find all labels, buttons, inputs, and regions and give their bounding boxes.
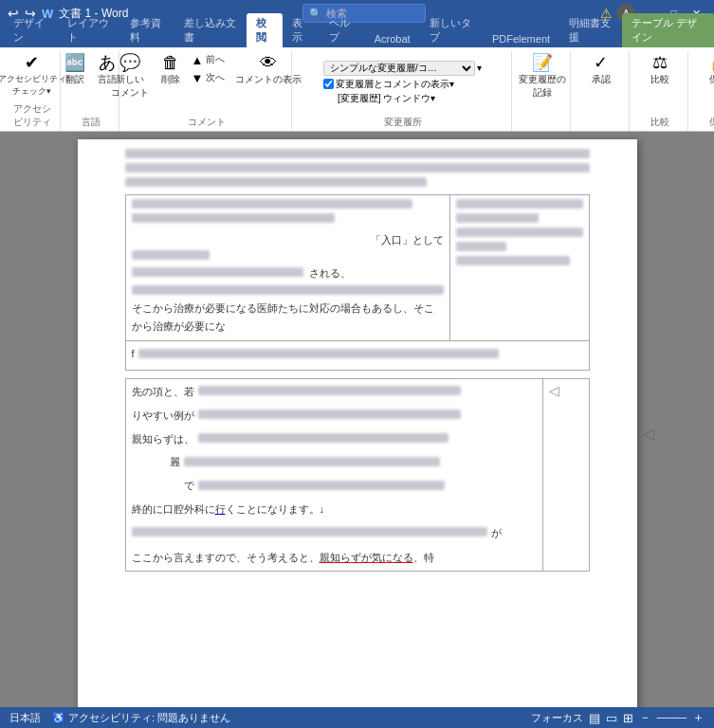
layout-icon[interactable]: ▤ xyxy=(589,711,600,725)
web-view-icon[interactable]: ⊞ xyxy=(623,711,633,725)
tab-design[interactable]: デザイン xyxy=(4,13,58,47)
changes-controls: シンプルな変更履層/コ… ▾ 変更履層とコメントの表示▾ [変更履歴] ウィンド… xyxy=(323,51,482,114)
ribbon-group-compare: ⚖ 比較 比較 xyxy=(632,51,688,131)
status-left: 日本語 ♿ アクセシビリティ: 問題ありません xyxy=(9,711,230,725)
blur-line-8 xyxy=(132,285,444,295)
doc-wrapper: 「入口」として される、 そこから治療が必要になる医師たちに対応の場合もあるし、… xyxy=(78,139,637,707)
tab-table-design[interactable]: テーブル デザイン xyxy=(622,13,714,47)
prev-comment-button[interactable]: ▲ 前へ xyxy=(188,51,229,68)
ribbon-content: ✔ アクセシビリティチェック▾ アクセシビリティ 🔤 翻訳 あ 言語 言語 xyxy=(0,47,714,131)
accessibility-group-label: アクセシビリティ xyxy=(9,102,54,129)
changes-dropdown1-arrow[interactable]: ▾ xyxy=(477,63,482,73)
para-blur-row: が xyxy=(132,524,537,545)
blur-line-9 xyxy=(456,199,583,209)
changes-dropdown-row3: [変更履歴] ウィンドウ▾ xyxy=(323,92,475,105)
show-comments-icon: 👁 xyxy=(260,54,277,71)
accept-button[interactable]: ✓ 承認 xyxy=(586,51,616,89)
tab-acrobat[interactable]: Acrobat xyxy=(365,30,420,47)
delete-comment-button[interactable]: 🗑 削除 xyxy=(156,51,186,89)
accessibility-status[interactable]: ♿ アクセシビリティ: 問題ありません xyxy=(52,711,230,725)
table-cell-visible: 「入口」として xyxy=(132,228,444,250)
blur-line-14 xyxy=(138,349,500,358)
record-changes-button[interactable]: 📝 変更履歴の記録 xyxy=(514,51,571,102)
tab-newtab[interactable]: 新しいタブ xyxy=(420,13,483,47)
para5-label: で xyxy=(184,477,194,496)
para-end-char: が xyxy=(491,524,502,543)
tab-references[interactable]: 参考資料 xyxy=(120,13,174,47)
prev-icon: ▲ xyxy=(192,54,204,66)
protect-icon: 🔒 xyxy=(708,54,714,71)
para-2-row: りやすい例が xyxy=(132,407,537,428)
record-icon: 📝 xyxy=(532,54,553,71)
changes-dropdown-row2: 変更履層とコメントの表示▾ xyxy=(323,78,475,91)
para6-text: 終的に口腔外科に行くことになります。↓ xyxy=(132,503,325,515)
tab-layout[interactable]: レイアウト xyxy=(58,13,120,47)
para-6-row: 終的に口腔外科に行くことになります。↓ xyxy=(132,500,537,519)
blur-line-p4 xyxy=(184,457,441,466)
blur-line-7 xyxy=(132,267,303,277)
changes-group-label: 変更履所 xyxy=(384,116,422,129)
status-right: フォーカス ▤ ▭ ⊞ － ──── ＋ xyxy=(531,709,705,726)
next-comment-button[interactable]: ▼ 次へ xyxy=(188,69,229,86)
visible-text-row-3: そこから治療が必要になる医師たちに対応の場合もあるし、そこから治療が必要にな xyxy=(132,300,444,337)
language-status[interactable]: 日本語 xyxy=(9,711,41,725)
scroll-arrow-right: ◁ xyxy=(549,383,559,398)
accessibility-icon: ✔ xyxy=(25,54,39,71)
blur-line-2 xyxy=(125,163,590,173)
para-3-row: 親知らずは、 xyxy=(132,430,537,451)
compare-group-label: 比較 xyxy=(650,116,669,129)
tab-pdfelement[interactable]: PDFelement xyxy=(483,30,559,47)
para3-label: 親知らずは、 xyxy=(132,430,194,449)
compare-icon: ⚖ xyxy=(652,54,668,71)
blur-line-12 xyxy=(456,242,506,251)
comment-group-label: コメント xyxy=(188,116,226,129)
tab-mailings[interactable]: 差し込み文書 xyxy=(174,13,247,47)
tab-view[interactable]: 表示 xyxy=(283,13,320,47)
print-layout-icon[interactable]: ▭ xyxy=(606,711,617,725)
blur-line-p5 xyxy=(198,481,445,490)
visible-text-2: される、 xyxy=(309,264,351,283)
next-icon: ▼ xyxy=(192,72,204,84)
protect-group-label: 保護 xyxy=(709,116,714,129)
table-cell-2 xyxy=(449,195,589,341)
changes-mode-select[interactable]: シンプルな変更履層/コ… xyxy=(323,61,475,76)
visible-text-1: 「入口」として xyxy=(371,234,444,246)
para4-label: 麗 xyxy=(170,453,180,472)
para-4-row: 麗 xyxy=(132,453,537,474)
zoom-slider[interactable]: ──── xyxy=(657,712,687,723)
ribbon-tabs: デザイン レイアウト 参考資料 差し込み文書 校閲 表示 ヘルプ Acrobat… xyxy=(0,27,714,47)
blur-line-3 xyxy=(125,177,428,187)
accept-buttons: ✓ 承認 xyxy=(586,51,616,127)
table-row-lower: 先の項と、若 りやすい例が 親知らずは、 xyxy=(125,378,589,571)
doc-table-top: 「入口」として される、 そこから治療が必要になる医師たちに対応の場合もあるし、… xyxy=(125,194,590,371)
tab-meisai[interactable]: 明細書支援 xyxy=(559,13,622,47)
blur-line-p1 xyxy=(198,386,462,395)
ribbon: ✔ アクセシビリティチェック▾ アクセシビリティ 🔤 翻訳 あ 言語 言語 xyxy=(0,47,714,132)
focus-status[interactable]: フォーカス xyxy=(531,711,583,725)
document-page[interactable]: 「入口」として される、 そこから治療が必要になる医師たちに対応の場合もあるし、… xyxy=(78,139,637,707)
zoom-in-icon[interactable]: ＋ xyxy=(692,709,705,726)
tab-help[interactable]: ヘルプ xyxy=(320,13,365,47)
ribbon-group-accessibility: ✔ アクセシビリティチェック▾ アクセシビリティ xyxy=(4,51,61,131)
protect-button[interactable]: 🔒 保護 xyxy=(704,51,714,89)
table-row: 「入口」として される、 そこから治療が必要になる医師たちに対応の場合もあるし、… xyxy=(125,195,589,341)
new-comment-button[interactable]: 💬 新しいコメント xyxy=(106,51,154,102)
blur-line-p2 xyxy=(198,410,462,419)
scroll-right-arrow[interactable]: ◁ xyxy=(643,425,654,443)
protect-buttons: 🔒 保護 xyxy=(704,51,714,114)
compare-button[interactable]: ⚖ 比較 xyxy=(645,51,675,89)
show-markup-checkbox[interactable] xyxy=(323,79,334,89)
accessibility-icon-status: ♿ xyxy=(52,712,65,723)
para2-start: りやすい例が xyxy=(132,407,194,426)
bottom-text-initial: f xyxy=(132,345,135,364)
blur-line-13 xyxy=(456,256,570,265)
tab-review[interactable]: 校閲 xyxy=(247,13,284,47)
zoom-out-icon[interactable]: － xyxy=(639,709,651,726)
translate-button[interactable]: 🔤 翻訳 xyxy=(60,51,90,89)
para-5-row: で xyxy=(132,477,537,498)
document-area: 「入口」として される、 そこから治療が必要になる医師たちに対応の場合もあるし、… xyxy=(0,132,714,707)
status-bar: 日本語 ♿ アクセシビリティ: 問題ありません フォーカス ▤ ▭ ⊞ － ──… xyxy=(0,707,714,728)
red-underlined-text: 親知らずが気になる xyxy=(320,552,413,563)
ribbon-group-changes: シンプルな変更履層/コ… ▾ 変更履層とコメントの表示▾ [変更履歴] ウィンド… xyxy=(294,51,512,131)
blur-line-4 xyxy=(132,199,412,209)
